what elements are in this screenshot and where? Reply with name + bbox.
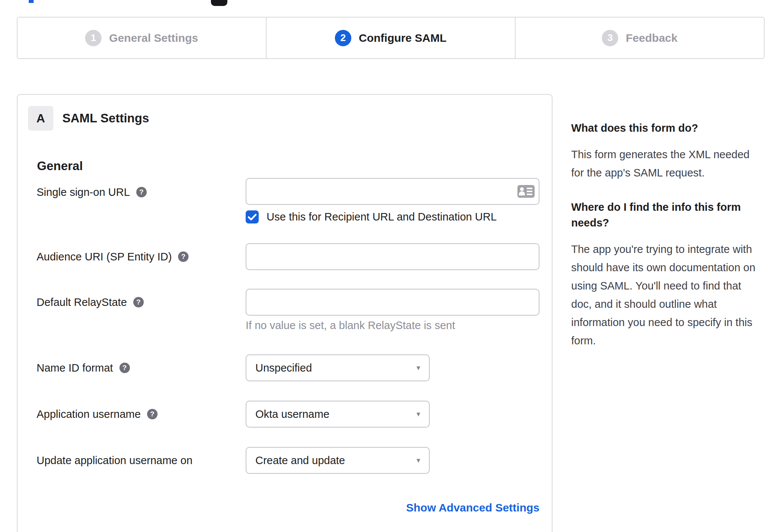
help-heading-what: What does this form do? xyxy=(571,120,763,136)
default-relaystate-label: Default RelayState ? xyxy=(37,294,144,310)
chevron-down-icon: ▼ xyxy=(415,457,421,464)
clipped-header-fragment xyxy=(29,0,34,3)
selected-value: Unspecified xyxy=(255,362,312,374)
audience-uri-input[interactable] xyxy=(246,243,539,270)
chevron-down-icon: ▼ xyxy=(415,411,421,417)
help-icon[interactable]: ? xyxy=(147,409,158,419)
update-application-username-label: Update application username on xyxy=(37,452,193,469)
wizard-stepper: 1 General Settings 2 Configure SAML 3 Fe… xyxy=(17,17,765,59)
saml-settings-card: A SAML Settings General Single sign-on U… xyxy=(17,94,553,532)
field-label-text: Application username xyxy=(37,408,141,420)
saml-wizard-page: 1 General Settings 2 Configure SAML 3 Fe… xyxy=(0,0,781,532)
card-title: SAML Settings xyxy=(62,111,149,125)
step-label: General Settings xyxy=(109,32,198,44)
clipped-app-logo-fragment xyxy=(211,0,227,6)
step-number-badge: 2 xyxy=(335,30,351,46)
contact-card-line xyxy=(527,188,532,189)
step-feedback[interactable]: 3 Feedback xyxy=(515,18,764,58)
application-username-label: Application username ? xyxy=(37,406,158,422)
help-icon[interactable]: ? xyxy=(136,187,147,197)
step-configure-saml[interactable]: 2 Configure SAML xyxy=(266,18,515,58)
help-body-what: This form generates the XML needed for t… xyxy=(571,145,763,182)
use-for-recipient-label: Use this for Recipient URL and Destinati… xyxy=(267,210,497,223)
help-body-where: The app you're trying to integrate with … xyxy=(571,240,763,350)
field-label-text: Audience URI (SP Entity ID) xyxy=(37,251,172,263)
audience-uri-label: Audience URI (SP Entity ID) ? xyxy=(37,248,189,265)
application-username-select[interactable]: Okta username ▼ xyxy=(246,401,430,428)
section-a-badge: A xyxy=(28,106,53,131)
help-icon[interactable]: ? xyxy=(133,297,144,307)
checkmark-icon xyxy=(248,214,256,220)
contact-card-icon[interactable] xyxy=(517,185,535,198)
selected-value: Create and update xyxy=(255,454,345,467)
field-label-text: Single sign-on URL xyxy=(37,186,130,198)
help-icon[interactable]: ? xyxy=(178,251,189,262)
contact-card-head xyxy=(520,187,524,191)
default-relaystate-input[interactable] xyxy=(246,289,539,316)
step-label: Feedback xyxy=(626,32,677,44)
chevron-down-icon: ▼ xyxy=(415,365,421,371)
contact-card-line xyxy=(527,191,532,192)
help-icon[interactable]: ? xyxy=(119,363,130,373)
field-label-text: Default RelayState xyxy=(37,296,127,309)
field-label-text: Name ID format xyxy=(37,362,113,374)
general-section-heading: General xyxy=(37,159,83,173)
show-advanced-settings-link[interactable]: Show Advanced Settings xyxy=(246,501,539,514)
contact-card-line xyxy=(527,194,532,195)
single-sign-on-url-label: Single sign-on URL ? xyxy=(37,184,147,200)
field-label-text: Update application username on xyxy=(37,454,193,467)
name-id-format-label: Name ID format ? xyxy=(37,360,130,376)
contact-card-body xyxy=(519,191,525,195)
step-number-badge: 3 xyxy=(602,30,618,46)
help-sidebar: What does this form do? This form genera… xyxy=(571,120,763,367)
use-for-recipient-checkbox[interactable] xyxy=(246,210,259,223)
single-sign-on-url-input[interactable] xyxy=(246,178,539,205)
step-general-settings[interactable]: 1 General Settings xyxy=(18,18,266,58)
selected-value: Okta username xyxy=(255,408,329,420)
help-heading-where: Where do I find the info this form needs… xyxy=(571,199,763,231)
relaystate-hint: If no value is set, a blank RelayState i… xyxy=(246,319,455,332)
update-application-username-select[interactable]: Create and update ▼ xyxy=(246,447,430,474)
name-id-format-select[interactable]: Unspecified ▼ xyxy=(246,354,430,381)
step-number-badge: 1 xyxy=(85,30,102,46)
step-label: Configure SAML xyxy=(359,32,446,44)
